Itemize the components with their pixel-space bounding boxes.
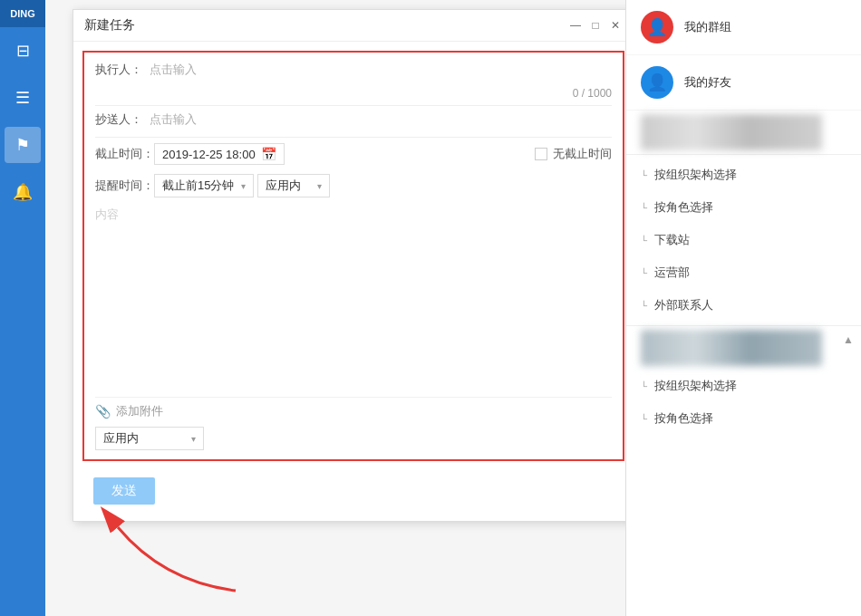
dialog-titlebar: 新建任务 — □ ✕ bbox=[73, 10, 634, 42]
maximize-button[interactable]: □ bbox=[588, 18, 603, 33]
chevron-down-icon3: ▾ bbox=[191, 434, 196, 444]
remind-time-select[interactable]: 截止前15分钟 ▾ bbox=[154, 174, 254, 197]
tree-item-role2[interactable]: └ 按角色选择 bbox=[626, 402, 861, 435]
blurred-contact-image1 bbox=[641, 114, 822, 150]
blurred-contact-image2 bbox=[641, 330, 822, 366]
tree-item-org[interactable]: └ 按组织架构选择 bbox=[626, 159, 861, 191]
tree-item-org2[interactable]: └ 按组织架构选择 bbox=[626, 370, 861, 402]
app-select-value: 应用内 bbox=[103, 430, 188, 447]
my-friends-item[interactable]: 👤 我的好友 bbox=[626, 55, 861, 111]
right-panel: 👤 我的群组 👤 我的好友 └ 按组织架构选择 └ 按角色选择 └ bbox=[625, 0, 861, 616]
remind-app-select[interactable]: 应用内 ▾ bbox=[257, 174, 330, 197]
red-arrow-indicator bbox=[91, 500, 272, 611]
char-count: 0 / 1000 bbox=[95, 87, 612, 100]
chevron-down-icon2: ▾ bbox=[317, 181, 322, 191]
deadline-value: 2019-12-25 18:00 bbox=[162, 148, 256, 161]
deadline-row: 截止时间： 2019-12-25 18:00 📅 无截止时间 bbox=[95, 143, 612, 165]
separator2 bbox=[95, 137, 612, 138]
home-icon[interactable]: ⊟ bbox=[5, 33, 41, 69]
my-groups-label: 我的群组 bbox=[684, 19, 731, 35]
tree-item-external[interactable]: └ 外部联系人 bbox=[626, 289, 861, 322]
minimize-button[interactable]: — bbox=[568, 18, 583, 33]
remind-label: 提醒时间： bbox=[95, 178, 154, 194]
executor-label: 执行人： bbox=[95, 62, 150, 78]
tree-arrow-icon6: └ bbox=[641, 381, 647, 391]
tree-item-external-label: 外部联系人 bbox=[654, 297, 713, 313]
tree-item-operations-label: 运营部 bbox=[654, 265, 690, 281]
executor-input[interactable]: 点击输入 bbox=[150, 62, 612, 78]
close-button[interactable]: ✕ bbox=[608, 18, 623, 33]
content-label: 内容 bbox=[95, 207, 119, 221]
tree-item-org2-label: 按组织架构选择 bbox=[654, 378, 737, 394]
separator1 bbox=[95, 105, 612, 106]
calendar-icon: 📅 bbox=[261, 147, 276, 161]
remind-row: 提醒时间： 截止前15分钟 ▾ 应用内 ▾ bbox=[95, 174, 612, 197]
tree-arrow-icon2: └ bbox=[641, 203, 647, 213]
tree-arrow-icon5: └ bbox=[641, 301, 647, 311]
my-friends-label: 我的好友 bbox=[684, 74, 731, 91]
new-task-dialog: 新建任务 — □ ✕ 执行人： 点击输入 0 / 1000 抄送人： 点击输入 bbox=[73, 9, 634, 522]
flag-icon[interactable]: ⚑ bbox=[5, 127, 41, 163]
no-deadline-checkbox[interactable] bbox=[535, 148, 547, 160]
my-groups-item[interactable]: 👤 我的群组 bbox=[626, 0, 861, 55]
tree-item-download[interactable]: └ 下载站 bbox=[626, 224, 861, 256]
content-area[interactable]: 内容 bbox=[95, 207, 612, 388]
deadline-label: 截止时间： bbox=[95, 146, 154, 162]
scroll-up-icon: ▲ bbox=[843, 333, 854, 346]
form-area: 执行人： 点击输入 0 / 1000 抄送人： 点击输入 截止时间： 2019-… bbox=[82, 51, 624, 461]
chevron-down-icon: ▾ bbox=[241, 181, 246, 191]
tree-item-role-label: 按角色选择 bbox=[654, 199, 713, 216]
cc-label: 抄送人： bbox=[95, 111, 150, 128]
tree-item-role2-label: 按角色选择 bbox=[654, 410, 713, 427]
tree-arrow-icon4: └ bbox=[641, 268, 647, 278]
tree-item-download-label: 下载站 bbox=[654, 232, 690, 248]
paperclip-icon: 📎 bbox=[95, 404, 111, 419]
cc-row: 抄送人： 点击输入 bbox=[95, 111, 612, 128]
deadline-input[interactable]: 2019-12-25 18:00 📅 bbox=[154, 143, 285, 165]
executor-row: 执行人： 点击输入 bbox=[95, 62, 612, 78]
tree-arrow-icon: └ bbox=[641, 170, 647, 180]
tasks-icon[interactable]: ☰ bbox=[5, 80, 41, 116]
no-deadline-label: 无截止时间 bbox=[553, 146, 612, 162]
main-area: 新建任务 — □ ✕ 执行人： 点击输入 0 / 1000 抄送人： 点击输入 bbox=[45, 0, 861, 616]
divider1 bbox=[626, 154, 861, 155]
tree-arrow-icon3: └ bbox=[641, 236, 647, 245]
cc-input[interactable]: 点击输入 bbox=[150, 111, 612, 128]
remind-app-value: 应用内 bbox=[266, 178, 314, 194]
avatar-person-icon: 👤 bbox=[647, 17, 667, 37]
tree-group2: └ 按组织架构选择 └ 按角色选择 bbox=[626, 370, 861, 435]
divider2 bbox=[626, 325, 861, 326]
no-deadline-area: 无截止时间 bbox=[535, 146, 612, 162]
dialog-controls: — □ ✕ bbox=[568, 18, 623, 33]
tree-item-role[interactable]: └ 按角色选择 bbox=[626, 191, 861, 224]
avatar-person-icon2: 👤 bbox=[647, 72, 667, 92]
dialog-content: 执行人： 点击输入 0 / 1000 抄送人： 点击输入 截止时间： 2019-… bbox=[73, 42, 634, 521]
app-select[interactable]: 应用内 ▾ bbox=[95, 427, 204, 450]
dialog-title: 新建任务 bbox=[84, 17, 135, 34]
taskbar: DING ⊟ ☰ ⚑ 🔔 bbox=[0, 0, 45, 616]
bell-icon[interactable]: 🔔 bbox=[5, 174, 41, 210]
my-friends-avatar: 👤 bbox=[641, 66, 673, 99]
app-logo: DING bbox=[0, 0, 45, 27]
attachment-row: 📎 添加附件 bbox=[95, 397, 612, 419]
tree-group1: └ 按组织架构选择 └ 按角色选择 └ 下载站 └ 运营部 └ 外部联系人 bbox=[626, 159, 861, 322]
tree-item-org-label: 按组织架构选择 bbox=[654, 167, 737, 183]
tree-item-operations[interactable]: └ 运营部 bbox=[626, 256, 861, 289]
my-groups-avatar: 👤 bbox=[641, 11, 673, 43]
tree-arrow-icon7: └ bbox=[641, 414, 647, 424]
remind-time-value: 截止前15分钟 bbox=[162, 178, 237, 194]
app-select-row: 应用内 ▾ bbox=[95, 427, 612, 450]
attachment-label[interactable]: 添加附件 bbox=[116, 403, 163, 419]
